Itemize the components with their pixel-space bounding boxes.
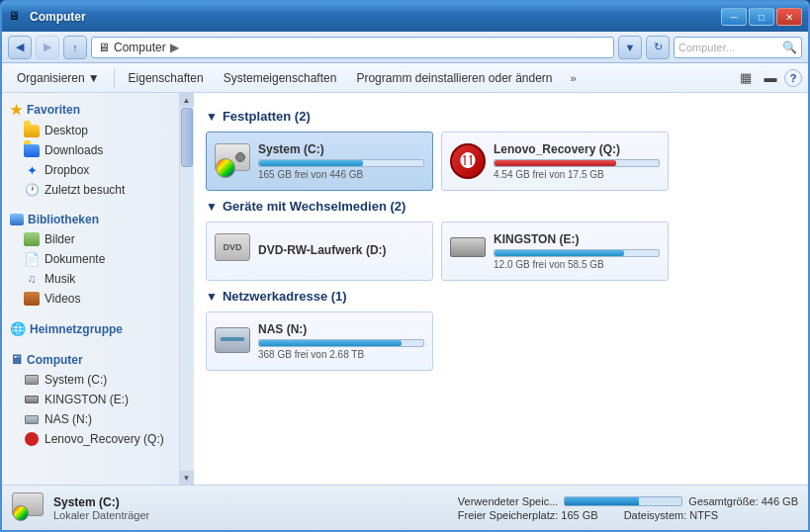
statusbar-details: Verwendeter Speic... Gesamtgröße: 446 GB… [458, 495, 798, 521]
sidebar-item-musik[interactable]: ♫ Musik [2, 269, 179, 289]
up-button[interactable]: ↑ [63, 36, 87, 59]
window-icon: 🖥 [8, 9, 24, 25]
organize-label: Organisieren [17, 71, 85, 85]
toolbar-right: ▦ ▬ ? [735, 67, 802, 89]
sidebar-item-kingston-e[interactable]: KINGSTON (E:) [2, 390, 179, 409]
sidebar-item-musik-label: Musik [45, 272, 75, 286]
drive-system-c[interactable]: System (C:) 165 GB frei von 446 GB [206, 132, 433, 191]
favoriten-label: Favoriten [27, 103, 80, 117]
refresh-button[interactable]: ↻ [646, 36, 670, 59]
system-c-size: 165 GB frei von 446 GB [258, 169, 424, 180]
sidebar-header-bibliotheken[interactable]: Bibliotheken [2, 210, 179, 229]
window: 🖥 Computer ─ □ ✕ ◀ ▶ ↑ 🖥 Computer ▶ ▼ ↻ … [0, 0, 810, 532]
netzwerk-grid: NAS (N:) 368 GB frei von 2.68 TB [206, 311, 796, 371]
downloads-folder-icon [24, 142, 40, 158]
dropbox-icon: ✦ [24, 162, 40, 178]
statusbar: System (C:) Lokaler Datenträger Verwende… [2, 485, 808, 530]
sidebar-item-bilder[interactable]: Bilder [2, 229, 179, 249]
recent-icon: 🕐 [24, 182, 40, 198]
system-props-button[interactable]: Systemeigenschaften [215, 66, 346, 90]
view-toggle-button[interactable]: ▦ [735, 67, 757, 89]
recovery-circle: ⓫ [450, 143, 486, 179]
help-button[interactable]: ? [784, 69, 802, 87]
dropdown-button[interactable]: ▼ [618, 36, 642, 59]
organize-arrow-icon: ▼ [88, 71, 100, 85]
drive-dvd-d[interactable]: DVD DVD-RW-Laufwerk (D:) [206, 222, 433, 281]
sidebar-header-favoriten[interactable]: ★ Favoriten [2, 99, 179, 121]
sidebar-item-zuletzt[interactable]: 🕐 Zuletzt besucht [2, 180, 179, 200]
bilder-icon [24, 231, 40, 247]
address-path[interactable]: 🖥 Computer ▶ [91, 37, 614, 58]
video-icon [24, 291, 40, 307]
computer-icon: 🖥 [10, 352, 23, 367]
statusbar-fs-label: Dateisystem: NTFS [624, 509, 718, 521]
sidebar-item-system-c[interactable]: System (C:) [2, 370, 179, 390]
lenovo-q-bar [494, 159, 660, 167]
sidebar-item-desktop-label: Desktop [45, 124, 88, 137]
desktop-folder-icon [24, 123, 40, 138]
sidebar-item-nas-n[interactable]: NAS (N:) [2, 409, 179, 429]
sidebar: ★ Favoriten Desktop Downloads ✦ Dropbox … [2, 93, 180, 485]
window-title: Computer [30, 10, 721, 24]
dvd-d-info: DVD-RW-Laufwerk (D:) [258, 243, 424, 260]
sidebar-scrollbar[interactable]: ▲ ▼ [180, 93, 194, 485]
uninstall-button[interactable]: Programm deinstallieren oder ändern [347, 66, 561, 90]
addressbar: ◀ ▶ ↑ 🖥 Computer ▶ ▼ ↻ Computer... 🔍 [2, 32, 808, 63]
kingston-e-drive-icon [450, 233, 486, 269]
pane-toggle-button[interactable]: ▬ [760, 67, 781, 89]
statusbar-bar-fill [565, 497, 638, 505]
sidebar-section-heimnetz: 🌐 Heimnetzgruppe [2, 318, 179, 339]
back-button[interactable]: ◀ [8, 36, 32, 59]
drive-nas-n[interactable]: NAS (N:) 368 GB frei von 2.68 TB [206, 311, 433, 371]
sidebar-item-dropbox-label: Dropbox [45, 163, 89, 177]
sidebar-item-nas-n-label: NAS (N:) [45, 412, 92, 426]
system-c-bar-fill [259, 160, 363, 166]
close-button[interactable]: ✕ [776, 8, 802, 26]
maximize-button[interactable]: □ [749, 8, 774, 26]
sidebar-section-computer: 🖥 Computer System (C:) KINGSTON (E:) NAS… [2, 349, 179, 449]
scroll-thumb[interactable] [181, 108, 193, 167]
properties-button[interactable]: Eigenschaften [120, 66, 213, 90]
scroll-down-button[interactable]: ▼ [180, 471, 194, 485]
sidebar-item-downloads[interactable]: Downloads [2, 140, 179, 160]
sidebar-item-lenovo-q-label: Lenovo_Recovery (Q:) [45, 432, 164, 446]
sidebar-item-dropbox[interactable]: ✦ Dropbox [2, 160, 179, 180]
sidebar-item-dokumente[interactable]: 📄 Dokumente [2, 249, 179, 269]
lenovo-q-size: 4.54 GB frei von 17.5 GB [494, 169, 660, 180]
star-icon: ★ [10, 102, 23, 118]
scroll-up-button[interactable]: ▲ [180, 93, 194, 107]
organize-button[interactable]: Organisieren ▼ [8, 66, 109, 90]
system-c-drive-icon [215, 143, 250, 179]
more-button[interactable]: » [564, 69, 584, 87]
sidebar-item-desktop[interactable]: Desktop [2, 121, 179, 140]
lenovo-q-icon [24, 431, 40, 447]
nas-n-drive-icon [215, 323, 250, 359]
statusbar-free-row: Freier Speicherplatz: 165 GB Dateisystem… [458, 509, 798, 521]
dokumente-icon: 📄 [24, 251, 40, 267]
sidebar-item-lenovo-q[interactable]: Lenovo_Recovery (Q:) [2, 429, 179, 449]
sidebar-item-videos[interactable]: Videos [2, 289, 179, 309]
sidebar-header-computer[interactable]: 🖥 Computer [2, 349, 179, 370]
forward-button[interactable]: ▶ [36, 36, 59, 59]
nas-n-icon [24, 411, 40, 427]
lenovo-q-info: Lenovo_Recovery (Q:) 4.54 GB frei von 17… [494, 142, 660, 180]
lenovo-q-name: Lenovo_Recovery (Q:) [494, 142, 660, 156]
drive-lenovo-q[interactable]: ⓫ Lenovo_Recovery (Q:) 4.54 GB frei von … [441, 132, 669, 191]
dvd-d-name: DVD-RW-Laufwerk (D:) [258, 243, 424, 257]
sidebar-header-heimnetz[interactable]: 🌐 Heimnetzgruppe [2, 318, 179, 339]
system-c-name: System (C:) [258, 142, 424, 156]
statusbar-drive-icon [12, 492, 44, 524]
titlebar-controls: ─ □ ✕ [721, 8, 802, 26]
netzwerk-header: ▼ Netzwerkadresse (1) [206, 289, 796, 306]
system-c-info: System (C:) 165 GB frei von 446 GB [258, 142, 424, 180]
festplatten-header: ▼ Festplatten (2) [206, 109, 796, 126]
netzwerk-arrow-icon: ▼ [206, 290, 218, 304]
search-box[interactable]: Computer... 🔍 [674, 37, 802, 58]
minimize-button[interactable]: ─ [721, 8, 747, 26]
system-c-icon [24, 372, 40, 388]
musik-icon: ♫ [24, 271, 40, 287]
kingston-e-info: KINGSTON (E:) 12.0 GB frei von 58.5 GB [494, 232, 660, 270]
drive-kingston-e[interactable]: KINGSTON (E:) 12.0 GB frei von 58.5 GB [441, 222, 669, 281]
wechselmedien-grid: DVD DVD-RW-Laufwerk (D:) KINGSTON (E:) [206, 222, 796, 281]
festplatten-arrow-icon: ▼ [206, 110, 218, 124]
